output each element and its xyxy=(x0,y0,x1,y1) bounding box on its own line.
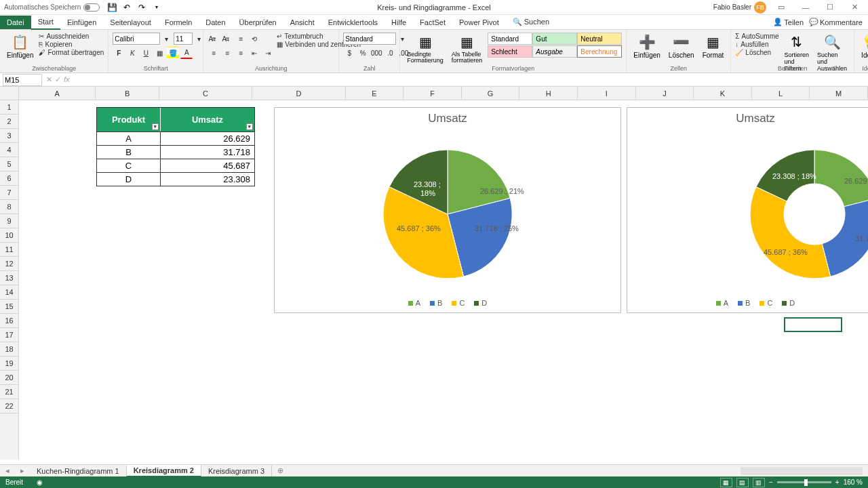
qat-customize-icon[interactable]: ▾ xyxy=(151,2,162,13)
zoom-level[interactable]: 160 % xyxy=(844,479,863,486)
cancel-formula-icon[interactable]: ✕ xyxy=(46,75,52,84)
zoom-in-icon[interactable]: + xyxy=(835,479,840,486)
align-center-icon[interactable]: ≡ xyxy=(221,47,233,59)
tab-powerpivot[interactable]: Power Pivot xyxy=(452,16,506,29)
sheet-tab-2[interactable]: Kreisdiagramm 2 xyxy=(127,465,201,477)
col-header-a[interactable]: A xyxy=(19,87,96,100)
row-header[interactable]: 11 xyxy=(0,243,18,257)
copy-button[interactable]: ⎘ Kopieren xyxy=(39,41,104,48)
ribbon-options-icon[interactable]: ▭ xyxy=(772,1,791,14)
cell-umsatz[interactable]: 45.687 xyxy=(161,159,254,172)
font-size-input[interactable] xyxy=(174,33,193,45)
spreadsheet-grid[interactable]: A B C D E F G H I J K L M 12345678910111… xyxy=(0,87,868,460)
sheet-nav-prev-icon[interactable]: ◂ xyxy=(0,466,15,475)
cell-produkt[interactable]: C xyxy=(97,159,161,172)
fill-color-button[interactable]: 🪣 xyxy=(167,47,179,59)
format-painter-button[interactable]: 🖌 Format übertragen xyxy=(39,49,104,56)
page-break-view-icon[interactable]: ▥ xyxy=(753,478,765,487)
doughnut-chart[interactable]: Umsatz 26.629 ; 21% 31.718 ; 25% 45.687 … xyxy=(627,107,868,313)
currency-icon[interactable]: $ xyxy=(343,47,355,59)
toggle-off-icon[interactable] xyxy=(83,3,100,12)
row-header[interactable]: 7 xyxy=(0,186,18,200)
zoom-out-icon[interactable]: − xyxy=(769,479,773,486)
cell-produkt[interactable]: D xyxy=(97,173,161,186)
cell-umsatz[interactable]: 23.308 xyxy=(161,173,254,186)
row-header[interactable]: 19 xyxy=(0,357,18,371)
row-header[interactable]: 22 xyxy=(0,399,18,413)
fx-icon[interactable]: fx xyxy=(64,75,70,84)
redo-icon[interactable]: ↷ xyxy=(136,2,147,13)
clear-button[interactable]: 🧹 Löschen xyxy=(735,49,778,56)
col-header-d[interactable]: D xyxy=(252,87,345,100)
comments-button[interactable]: 💬 Kommentare xyxy=(809,18,863,26)
thousands-icon[interactable]: 000 xyxy=(370,47,382,59)
col-header-m[interactable]: M xyxy=(810,87,868,100)
tab-hilfe[interactable]: Hilfe xyxy=(384,16,413,29)
bold-button[interactable]: F xyxy=(113,47,125,59)
row-header[interactable]: 4 xyxy=(0,143,18,157)
horizontal-scrollbar[interactable] xyxy=(741,467,863,475)
row-header[interactable]: 10 xyxy=(0,228,18,243)
row-header[interactable]: 12 xyxy=(0,257,18,271)
chevron-down-icon[interactable]: ▾ xyxy=(160,33,172,45)
col-header-l[interactable]: L xyxy=(752,87,810,100)
col-header-j[interactable]: J xyxy=(636,87,694,100)
page-layout-view-icon[interactable]: ▤ xyxy=(736,478,749,487)
cell-produkt[interactable]: B xyxy=(97,146,161,159)
save-icon[interactable]: 💾 xyxy=(106,2,117,13)
number-format-select[interactable] xyxy=(343,33,396,45)
align-left-icon[interactable]: ≡ xyxy=(208,47,220,59)
increase-decimal-icon[interactable]: .0 xyxy=(384,47,396,59)
macro-record-icon[interactable]: ◉ xyxy=(37,479,43,486)
sheet-tab-3[interactable]: Kreisdiagramm 3 xyxy=(201,466,272,476)
search-box[interactable]: 🔍 Suchen xyxy=(506,15,556,29)
user-account[interactable]: Fabio Basler FB xyxy=(713,1,766,14)
border-button[interactable]: ▦ xyxy=(153,47,165,59)
orientation-icon[interactable]: ⟲ xyxy=(248,33,260,45)
row-header[interactable]: 17 xyxy=(0,328,18,342)
cell-umsatz[interactable]: 31.718 xyxy=(161,146,254,159)
tab-factset[interactable]: FactSet xyxy=(413,16,452,29)
col-header-b[interactable]: B xyxy=(96,87,159,100)
style-schlecht[interactable]: Schlecht xyxy=(488,45,532,58)
close-icon[interactable]: ✕ xyxy=(845,1,864,14)
cell-produkt[interactable]: A xyxy=(97,132,161,145)
cells-canvas[interactable]: Produkt▾ Umsatz▾ A26.629 B31.718 C45.687… xyxy=(19,100,868,460)
col-header-h[interactable]: H xyxy=(519,87,578,100)
row-header[interactable]: 15 xyxy=(0,300,18,314)
col-header-f[interactable]: F xyxy=(403,87,462,100)
ideas-button[interactable]: 💡Ideen xyxy=(859,33,868,60)
row-header[interactable]: 18 xyxy=(0,342,18,357)
align-bottom-icon[interactable]: ≡ xyxy=(235,33,247,45)
decrease-indent-icon[interactable]: ⇤ xyxy=(248,47,260,59)
filter-icon[interactable]: ▾ xyxy=(246,123,253,130)
formula-input[interactable] xyxy=(74,74,868,86)
row-header[interactable]: 20 xyxy=(0,371,18,385)
increase-indent-icon[interactable]: ⇥ xyxy=(262,47,274,59)
row-header[interactable]: 5 xyxy=(0,157,18,171)
col-header-e[interactable]: E xyxy=(346,87,404,100)
font-name-input[interactable] xyxy=(113,33,160,45)
selected-cell[interactable] xyxy=(784,317,842,332)
insert-cells-button[interactable]: ➕Einfügen xyxy=(631,33,663,60)
align-middle-icon[interactable]: ≡ xyxy=(221,33,233,45)
tab-formeln[interactable]: Formeln xyxy=(158,16,199,29)
style-ausgabe[interactable]: Ausgabe xyxy=(532,45,577,58)
fill-button[interactable]: ↓ Ausfüllen xyxy=(735,41,778,48)
select-all-corner[interactable] xyxy=(0,87,19,100)
style-standard[interactable]: Standard xyxy=(488,33,532,45)
conditional-formatting-button[interactable]: ▦Bedingte Formatierung xyxy=(404,33,446,65)
tab-seitenlayout[interactable]: Seitenlayout xyxy=(103,16,158,29)
cell-umsatz[interactable]: 26.629 xyxy=(161,132,254,145)
pie-chart[interactable]: Umsatz 26.629 ; 21% 31.718 ; 25% 45.687 … xyxy=(274,107,621,313)
cut-button[interactable]: ✂ Ausschneiden xyxy=(39,33,104,40)
tab-entwicklertools[interactable]: Entwicklertools xyxy=(321,16,384,29)
sheet-nav-next-icon[interactable]: ▸ xyxy=(15,466,30,475)
style-neutral[interactable]: Neutral xyxy=(577,33,622,45)
file-tab[interactable]: Datei xyxy=(0,16,31,29)
align-right-icon[interactable]: ≡ xyxy=(235,47,247,59)
row-header[interactable]: 21 xyxy=(0,385,18,399)
name-box[interactable]: M15 xyxy=(3,74,42,86)
row-header[interactable]: 3 xyxy=(0,129,18,143)
zoom-slider[interactable] xyxy=(777,481,831,483)
